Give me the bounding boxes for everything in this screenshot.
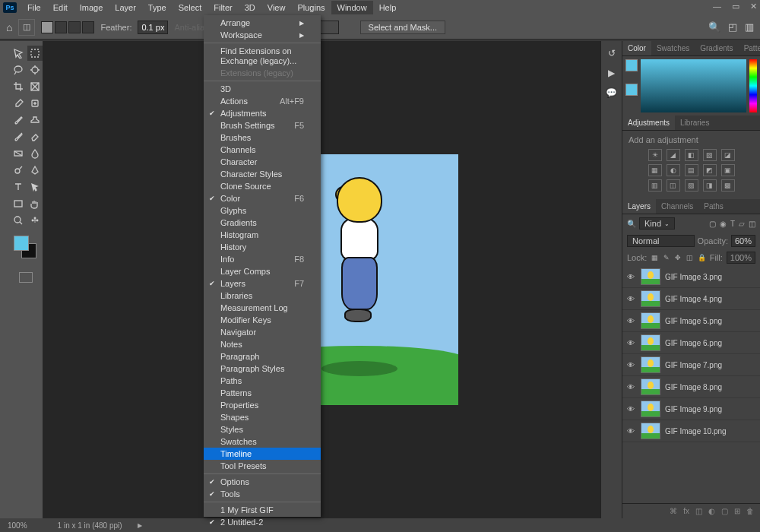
- menu-item-find-extensions-on-exchange-legacy-[interactable]: Find Extensions on Exchange (legacy)...: [204, 45, 321, 67]
- layer-mask-icon[interactable]: ◫: [695, 507, 702, 515]
- menu-item-2-untitled-2[interactable]: ✔2 Untitled-2: [204, 516, 321, 528]
- layer-style-icon[interactable]: fx: [683, 507, 689, 515]
- menu-item-color[interactable]: ✔ColorF6: [204, 192, 321, 204]
- menu-item-layer-comps[interactable]: Layer Comps: [204, 265, 321, 277]
- gradient-tool[interactable]: [11, 146, 26, 161]
- menu-item-workspace[interactable]: Workspace▶: [204, 29, 321, 41]
- menu-item-tool-presets[interactable]: Tool Presets: [204, 460, 321, 472]
- menu-item-swatches[interactable]: Swatches: [204, 435, 321, 448]
- search-icon[interactable]: 🔍: [708, 21, 720, 33]
- color-panel[interactable]: [622, 56, 760, 116]
- menu-item-libraries[interactable]: Libraries: [204, 290, 321, 302]
- subtract-selection-icon[interactable]: [68, 21, 81, 33]
- menu-item-1-my-first-gif[interactable]: 1 My First GIF: [204, 504, 321, 516]
- panel-tab-color[interactable]: Color: [622, 41, 651, 55]
- menu-item-character-styles[interactable]: Character Styles: [204, 168, 321, 180]
- layer-row[interactable]: 👁GIF Image 4.png: [622, 288, 760, 310]
- menu-filter[interactable]: Filter: [207, 1, 238, 14]
- layer-name[interactable]: GIF Image 5.png: [665, 317, 722, 325]
- status-arrow-icon[interactable]: ▶: [138, 522, 142, 529]
- layer-name[interactable]: GIF Image 4.png: [665, 295, 722, 303]
- dodge-tool[interactable]: [11, 163, 26, 178]
- menu-item-gradients[interactable]: Gradients: [204, 217, 321, 229]
- panel-tab-gradients[interactable]: Gradients: [695, 41, 738, 55]
- history-icon[interactable]: ↺: [606, 47, 618, 59]
- menu-view[interactable]: View: [261, 1, 292, 14]
- layer-row[interactable]: 👁GIF Image 8.png: [622, 376, 760, 398]
- marquee-tool[interactable]: [27, 46, 43, 61]
- zoom-tool[interactable]: [11, 213, 26, 228]
- bg-mini-swatch[interactable]: [625, 84, 638, 96]
- edit-toolbar[interactable]: [27, 213, 43, 228]
- lock-pixels-icon[interactable]: ▦: [651, 253, 658, 262]
- home-icon[interactable]: ⌂: [6, 21, 12, 33]
- panel-tab-swatches[interactable]: Swatches: [651, 41, 695, 55]
- layer-name[interactable]: GIF Image 6.png: [665, 339, 722, 347]
- menu-3d[interactable]: 3D: [239, 1, 261, 14]
- visibility-icon[interactable]: 👁: [627, 427, 636, 435]
- path-select-tool[interactable]: [27, 179, 43, 195]
- layer-name[interactable]: GIF Image 7.png: [665, 361, 722, 369]
- window-menu-dropdown[interactable]: Arrange▶Workspace▶Find Extensions on Exc…: [204, 15, 321, 517]
- layer-kind-select[interactable]: Kind ⌄: [639, 217, 675, 230]
- layer-thumbnail[interactable]: [641, 378, 660, 395]
- select-and-mask-button[interactable]: Select and Mask...: [360, 21, 446, 34]
- panel-tab-channels[interactable]: Channels: [656, 199, 698, 214]
- menu-item-notes[interactable]: Notes: [204, 338, 321, 350]
- layer-thumbnail[interactable]: [641, 401, 660, 417]
- lasso-tool[interactable]: [11, 62, 26, 78]
- document-info[interactable]: 1 in x 1 in (480 ppi): [58, 521, 122, 530]
- fg-mini-swatch[interactable]: [625, 59, 638, 71]
- layer-row[interactable]: 👁GIF Image 9.png: [622, 398, 760, 420]
- visibility-icon[interactable]: 👁: [627, 295, 636, 303]
- layer-thumbnail[interactable]: [641, 290, 660, 307]
- panel-tab-layers[interactable]: Layers: [622, 199, 656, 214]
- maximize-icon[interactable]: ▭: [732, 2, 739, 11]
- panel-tab-patterns[interactable]: Patterns: [739, 41, 760, 55]
- layer-name[interactable]: GIF Image 3.png: [665, 273, 722, 281]
- menu-item-paths[interactable]: Paths: [204, 375, 321, 387]
- brush-tool[interactable]: [11, 112, 26, 128]
- crop-tool[interactable]: [11, 79, 26, 94]
- quick-select-tool[interactable]: [27, 62, 43, 78]
- stamp-tool[interactable]: [27, 112, 43, 128]
- lock-artboard-icon[interactable]: ◫: [686, 253, 693, 262]
- layer-thumbnail[interactable]: [641, 423, 660, 439]
- menu-help[interactable]: Help: [373, 1, 403, 14]
- new-layer-icon[interactable]: ⊞: [734, 507, 740, 515]
- menu-item-shapes[interactable]: Shapes: [204, 411, 321, 423]
- menu-item-channels[interactable]: Channels: [204, 144, 321, 156]
- quick-mask-icon[interactable]: [19, 272, 33, 283]
- menu-item-timeline[interactable]: Timeline: [204, 448, 321, 460]
- menu-item-clone-source[interactable]: Clone Source: [204, 180, 321, 192]
- menu-item-styles[interactable]: Styles: [204, 423, 321, 435]
- menu-item-patterns[interactable]: Patterns: [204, 387, 321, 399]
- adjustment-layer-icon[interactable]: ◐: [708, 507, 715, 515]
- rectangle-tool[interactable]: [11, 196, 26, 211]
- menu-file[interactable]: File: [21, 1, 47, 14]
- layer-row[interactable]: 👁GIF Image 6.png: [622, 332, 760, 354]
- visibility-icon[interactable]: 👁: [627, 339, 636, 347]
- blur-tool[interactable]: [27, 146, 43, 161]
- eyedropper-tool[interactable]: [11, 96, 26, 111]
- menu-image[interactable]: Image: [74, 1, 109, 14]
- opacity-input[interactable]: 60%: [731, 235, 755, 247]
- layer-row[interactable]: 👁GIF Image 5.png: [622, 310, 760, 332]
- workspace-icon[interactable]: ▥: [745, 21, 754, 33]
- history-brush-tool[interactable]: [11, 129, 26, 144]
- panel-tab-adjustments[interactable]: Adjustments: [622, 116, 675, 130]
- menu-item-measurement-log[interactable]: Measurement Log: [204, 302, 321, 314]
- menu-item-options[interactable]: ✔Options: [204, 476, 321, 488]
- menu-item-brush-settings[interactable]: Brush SettingsF5: [204, 119, 321, 131]
- blend-mode-select[interactable]: Normal: [627, 235, 695, 247]
- menu-item-arrange[interactable]: Arrange▶: [204, 17, 321, 29]
- canvas-area[interactable]: [43, 41, 600, 518]
- menu-edit[interactable]: Edit: [47, 1, 74, 14]
- comment-icon[interactable]: 💬: [606, 87, 618, 99]
- new-selection-icon[interactable]: [41, 21, 53, 33]
- intersect-selection-icon[interactable]: [82, 21, 94, 33]
- delete-layer-icon[interactable]: 🗑: [746, 507, 754, 515]
- lock-position-icon[interactable]: ✥: [674, 253, 682, 262]
- link-layers-icon[interactable]: ⌘: [670, 507, 677, 515]
- hand-tool[interactable]: [27, 196, 43, 211]
